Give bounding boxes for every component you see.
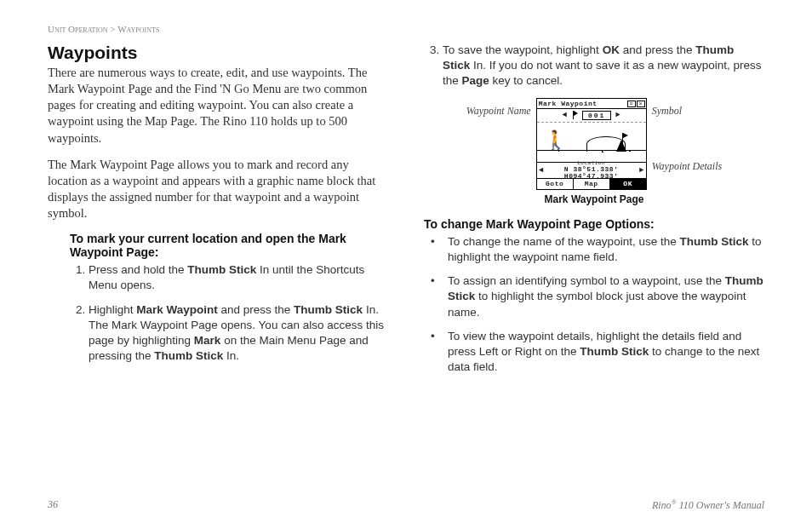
screen-title: Mark Waypoint [537, 100, 627, 107]
figure-caption: Mark Waypoint Page [424, 193, 764, 205]
option-bullet-2: To assign an identifying symbol to a way… [424, 273, 764, 320]
figure: Waypoint Name Mark Waypoint ≡× ◄ 001 ► [424, 98, 764, 190]
footer: 36 Rino® 110 Owner's Manual [48, 498, 764, 512]
step-3: To save the waypoint, highlight OK and p… [443, 43, 764, 89]
goto-button: Goto [537, 179, 574, 189]
device-screen: Mark Waypoint ≡× ◄ 001 ► 🚶 [536, 98, 647, 190]
breadcrumb: Unit Operation > Waypoints [48, 24, 764, 34]
hiker-icon: 🚶 [544, 133, 567, 152]
button-row: Goto Map OK [537, 179, 646, 189]
step-2: Highlight Mark Waypoint and press the Th… [89, 302, 388, 365]
fig-label-symbol: Symbol [652, 105, 723, 118]
ok-button: OK [610, 179, 646, 189]
option-bullet-1: To change the name of the waypoint, use … [424, 234, 764, 265]
option-bullet-3: To view the waypoint details, highlight … [424, 329, 764, 376]
page-title: Waypoints [48, 43, 388, 63]
page-number: 36 [48, 498, 58, 512]
flagpole-icon [622, 133, 623, 152]
loc-next-icon: ► [638, 166, 646, 175]
location-row: ◄ Location N 38°51.338' H094°47.933' ► [537, 162, 646, 179]
breadcrumb-sep: > [108, 24, 118, 34]
waypoint-scene: 🚶 [537, 123, 646, 162]
left-column: Waypoints There are numerous ways to cre… [48, 43, 388, 383]
menu-icon: ≡ [627, 101, 636, 107]
book-title: Rino® 110 Owner's Manual [652, 498, 764, 512]
right-column: To save the waypoint, highlight OK and p… [424, 43, 764, 383]
title-icons: ≡× [627, 100, 646, 107]
fig-label-details: Waypoint Details [652, 160, 723, 173]
instruction-heading-mark: To mark your current location and open t… [70, 232, 388, 259]
fig-label-waypoint-name: Waypoint Name [466, 105, 531, 118]
waypoint-symbol-row: ◄ 001 ► [537, 109, 646, 123]
map-button: Map [574, 179, 610, 189]
ground-icon [537, 150, 646, 162]
prev-icon: ◄ [561, 111, 569, 119]
intro-para-2: The Mark Waypoint Page allows you to mar… [48, 157, 388, 222]
flag-icon [571, 111, 580, 119]
breadcrumb-page: Waypoints [117, 24, 159, 34]
instruction-heading-options: To change Mark Waypoint Page Options: [424, 217, 764, 231]
next-icon: ► [614, 111, 621, 119]
step-1: Press and hold the Thumb Stick In until … [89, 262, 388, 293]
breadcrumb-section: Unit Operation [48, 24, 108, 34]
loc-prev-icon: ◄ [537, 166, 546, 175]
intro-para-1: There are numerous ways to create, edit,… [48, 65, 388, 147]
waypoint-number: 001 [582, 111, 611, 120]
close-icon: × [637, 101, 645, 107]
